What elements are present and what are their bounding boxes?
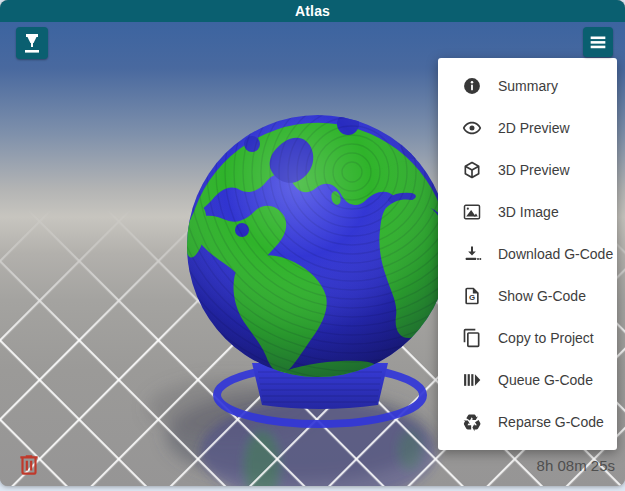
- delete-job-button[interactable]: [15, 451, 43, 479]
- printer-nozzle-icon: [20, 31, 44, 55]
- menu-item-label: Reparse G-Code: [498, 414, 604, 430]
- menu-item-label: Queue G-Code: [498, 372, 593, 388]
- card-menu-button[interactable]: [583, 27, 613, 57]
- menu-item-label: 2D Preview: [498, 120, 570, 136]
- menu-item-reparse-gcode[interactable]: Reparse G-Code: [438, 401, 617, 443]
- print-button[interactable]: [16, 27, 48, 59]
- queue-icon: [462, 370, 482, 390]
- image-icon: [462, 202, 482, 222]
- menu-item-label: Copy to Project: [498, 330, 594, 346]
- menu-item-label: Show G-Code: [498, 288, 586, 304]
- menu-item-3d-image[interactable]: 3D Image: [438, 191, 617, 233]
- menu-item-label: 3D Preview: [498, 162, 570, 178]
- menu-item-label: Download G-Code: [498, 246, 613, 262]
- copy-icon: [462, 328, 482, 348]
- menu-item-summary[interactable]: Summary: [438, 65, 617, 107]
- menu-item-3d-preview[interactable]: 3D Preview: [438, 149, 617, 191]
- menu-item-show-gcode[interactable]: G Show G-Code: [438, 275, 617, 317]
- svg-text:G: G: [469, 294, 475, 303]
- eye-icon: [462, 118, 482, 138]
- menu-item-copy-to-project[interactable]: Copy to Project: [438, 317, 617, 359]
- print-job-card-page: { "window": { "title": "Atlas" }, "toolb…: [0, 0, 625, 491]
- menu-item-queue-gcode[interactable]: Queue G-Code: [438, 359, 617, 401]
- recycle-icon: [462, 412, 482, 432]
- trash-icon: [16, 452, 42, 478]
- card-dropdown-menu: Summary 2D Preview 3D Preview: [438, 58, 617, 450]
- menu-item-label: Summary: [498, 78, 558, 94]
- cube-icon: [462, 160, 482, 180]
- info-icon: [462, 76, 482, 96]
- model-preview-scene: Summary 2D Preview 3D Preview: [0, 22, 625, 486]
- remaining-time: 8h 08m 25s: [537, 457, 615, 474]
- gcode-file-icon: G: [462, 286, 482, 306]
- menu-item-download-gcode[interactable]: Download G-Code: [438, 233, 617, 275]
- card-header: Atlas: [0, 0, 625, 22]
- page-title: Atlas: [295, 0, 330, 22]
- hamburger-menu-icon: [587, 31, 609, 53]
- print-job-card: Atlas: [0, 0, 625, 486]
- menu-item-label: 3D Image: [498, 204, 559, 220]
- download-icon: [462, 244, 482, 264]
- menu-item-2d-preview[interactable]: 2D Preview: [438, 107, 617, 149]
